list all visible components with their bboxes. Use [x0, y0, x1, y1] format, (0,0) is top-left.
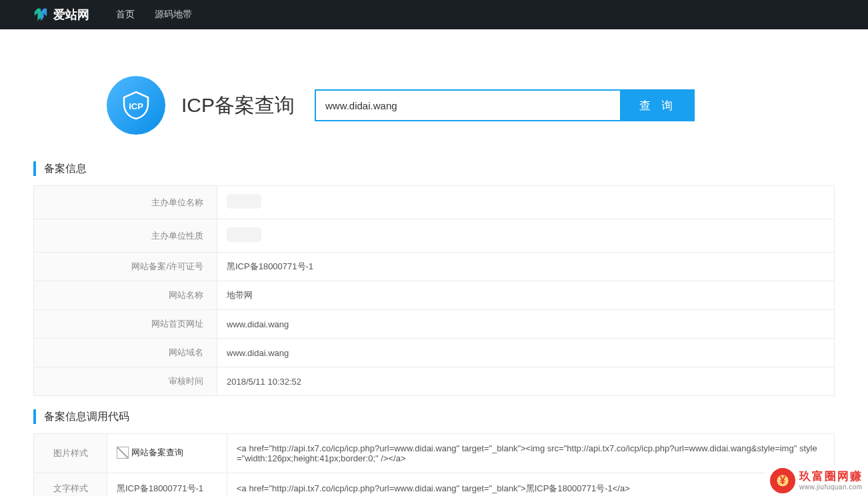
preview-cell: 网站备案查询 — [107, 434, 227, 473]
info-table: 主办单位名称 主办单位性质 网站备案/许可证号 黑ICP备18000771号-1… — [33, 185, 835, 396]
table-row: 主办单位性质 — [34, 219, 835, 253]
search-form: 查 询 — [315, 89, 695, 121]
code-section-title: 备案信息调用代码 — [33, 409, 835, 424]
table-row: 主办单位名称 — [34, 186, 835, 219]
row-value — [217, 219, 835, 253]
row-label: 主办单位性质 — [34, 219, 217, 253]
row-label: 审核时间 — [34, 367, 217, 396]
row-value: www.didai.wang — [217, 310, 835, 339]
icp-badge-icon: ICP — [107, 76, 165, 135]
top-navbar: 爱站网 首页 源码地带 — [0, 0, 868, 29]
brand-text: 爱站网 — [53, 7, 89, 23]
table-row: 文字样式 黑ICP备18000771号-1 <a href="http://ap… — [34, 473, 835, 497]
hero-section: ICP ICP备案查询 查 询 — [0, 29, 868, 161]
row-label: 网站首页网址 — [34, 310, 217, 339]
watermark-text: 玖富圈网赚 www.jiufuquan.com — [799, 470, 863, 491]
table-row: 网站首页网址 www.didai.wang — [34, 310, 835, 339]
row-label: 主办单位名称 — [34, 186, 217, 219]
watermark-badge-icon: ¥ — [770, 468, 795, 493]
redacted-value — [227, 194, 261, 209]
row-value: 2018/5/11 10:32:52 — [217, 367, 835, 396]
code-table: 图片样式 网站备案查询 <a href="http://api.tx7.co/i… — [33, 433, 835, 496]
svg-text:ICP: ICP — [129, 101, 143, 111]
code-cell: <a href="http://api.tx7.co/icp/icp.php?u… — [227, 434, 835, 473]
broken-image-icon: 网站备案查询 — [117, 447, 183, 459]
table-row: 网站备案/许可证号 黑ICP备18000771号-1 — [34, 253, 835, 281]
domain-input[interactable] — [315, 89, 621, 121]
redacted-value — [227, 227, 261, 242]
watermark: ¥ 玖富圈网赚 www.jiufuquan.com — [765, 465, 868, 496]
row-value: www.didai.wang — [217, 339, 835, 367]
row-value — [217, 186, 835, 219]
code-section: 备案信息调用代码 图片样式 网站备案查询 <a href="http://api… — [0, 409, 868, 496]
row-value: 黑ICP备18000771号-1 — [217, 253, 835, 281]
info-section-title: 备案信息 — [33, 161, 835, 176]
row-label: 网站备案/许可证号 — [34, 253, 217, 281]
info-section: 备案信息 主办单位名称 主办单位性质 网站备案/许可证号 黑ICP备180007… — [0, 161, 868, 396]
watermark-url: www.jiufuquan.com — [799, 483, 863, 491]
nav-home[interactable]: 首页 — [116, 9, 135, 21]
row-label: 网站域名 — [34, 339, 217, 367]
table-row: 网站名称 地带网 — [34, 281, 835, 310]
table-row: 图片样式 网站备案查询 <a href="http://api.tx7.co/i… — [34, 434, 835, 473]
nav-source[interactable]: 源码地带 — [155, 9, 192, 21]
query-button[interactable]: 查 询 — [621, 89, 695, 121]
row-label: 文字样式 — [34, 473, 107, 497]
watermark-cn: 玖富圈网赚 — [799, 470, 863, 483]
row-label: 网站名称 — [34, 281, 217, 310]
page-title: ICP备案查询 — [181, 92, 295, 119]
logo-icon — [33, 7, 48, 22]
code-cell: <a href="http://api.tx7.co/icp/icp.php?u… — [227, 473, 835, 497]
table-row: 网站域名 www.didai.wang — [34, 339, 835, 367]
brand-logo[interactable]: 爱站网 — [33, 7, 89, 23]
preview-cell: 黑ICP备18000771号-1 — [107, 473, 227, 497]
row-value: 地带网 — [217, 281, 835, 310]
row-label: 图片样式 — [34, 434, 107, 473]
table-row: 审核时间 2018/5/11 10:32:52 — [34, 367, 835, 396]
